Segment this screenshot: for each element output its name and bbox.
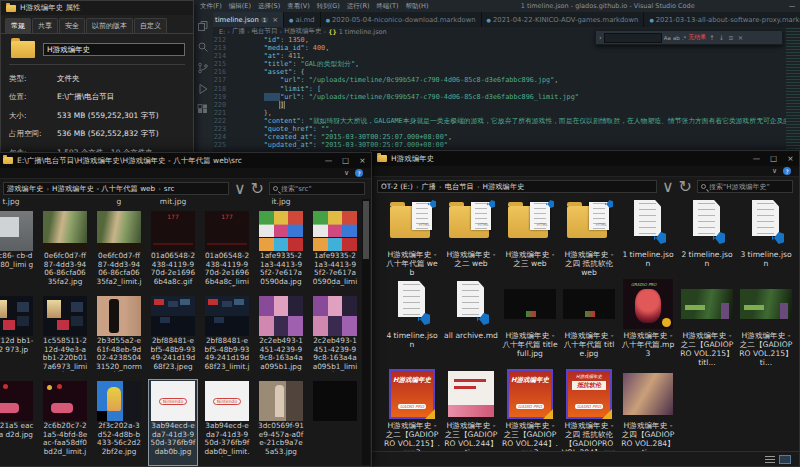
find-in-selection-icon[interactable]: ≡: [727, 34, 734, 42]
breadcrumb-file[interactable]: 1 timeline.json: [339, 28, 387, 36]
scrollbar[interactable]: [362, 199, 370, 465]
vscode-editor[interactable]: 212 "id": 1350,213 "media_id": 400,214 "…: [213, 36, 786, 160]
menu-item[interactable]: 选择(S): [255, 2, 283, 11]
file-item[interactable]: all archive.md: [442, 278, 500, 368]
address-segment[interactable]: src: [164, 184, 175, 193]
refresh-icon[interactable]: ↻: [679, 177, 692, 196]
props-tab[interactable]: 自定义: [134, 18, 167, 33]
close-icon[interactable]: ×: [354, 156, 371, 165]
menu-item[interactable]: 转到(G): [314, 2, 343, 11]
maximize-icon[interactable]: □: [765, 154, 782, 163]
file-item[interactable]: 1-212d bb1-22 973.jp: [0, 295, 35, 380]
file-item[interactable]: f-cc86- cb-d2a 80_limi g: [0, 210, 35, 295]
search-box[interactable]: [697, 180, 793, 193]
match-case-icon[interactable]: Aa: [664, 35, 671, 41]
search-icon[interactable]: [197, 41, 209, 53]
file-item[interactable]: H游戏编年史GADIO PROH游戏编年史 - 之三【GADIOPRO VOL.…: [501, 368, 559, 459]
address-segment[interactable]: 电台节目: [445, 182, 474, 192]
file-item[interactable]: HTMLH游戏编年史 - 之四 抵抗软伦 web: [560, 197, 618, 278]
file-item[interactable]: 17701a06548-2438-4119-970d-2e16966b4a8c.…: [149, 210, 197, 295]
menu-item[interactable]: 编辑(E): [226, 2, 254, 11]
close-icon[interactable]: ×: [782, 154, 799, 163]
file-item[interactable]: 1afe9335-21a3-4413-95f2-7e617a0590da_lim…: [311, 210, 359, 295]
file-item[interactable]: [311, 380, 359, 465]
file-item[interactable]: 2c2eb493-1451-4239-99c8-163a4aa095b1_lim…: [311, 295, 359, 380]
file-item[interactable]: H游戏编年史抵抗软伦GADIO PROH游戏编年史 - 之四 抵抗软伦【GADI…: [560, 368, 618, 459]
file-item[interactable]: 17701a06548-2438-4119-970d-2e16966b4a8c_…: [203, 210, 251, 295]
refresh-icon[interactable]: ↻: [251, 179, 264, 198]
file-item[interactable]: 3 timeline.json: [737, 197, 795, 278]
file-item[interactable]: H游戏编年史 - 八十年代篇 title full.jpg: [501, 278, 559, 368]
props-tab[interactable]: 安全: [59, 18, 85, 33]
find-close-icon[interactable]: ×: [737, 34, 744, 42]
file-item[interactable]: Nintendo3ab94ecd-eda7-41d3-950d-376fb9fd…: [149, 380, 197, 465]
minimize-icon[interactable]: —: [784, 2, 800, 10]
file-item[interactable]: 1afe9335-21a3-4413-95f2-7e617a0590da.jpg: [257, 210, 305, 295]
help-icon[interactable]: ?: [355, 169, 363, 177]
find-expand-chevron-icon[interactable]: ›: [599, 34, 602, 42]
file-item[interactable]: 2bf88481-ebf5-48b9-9349-241d19d68f23_lim…: [203, 295, 251, 380]
address-segment[interactable]: 游戏编年史: [7, 184, 43, 194]
breadcrumb-item[interactable]: H游戏编年史: [284, 27, 321, 36]
file-item[interactable]: H游戏编年史 - 之二【GADIOPRO VOL.215】 ti...: [737, 278, 795, 368]
file-item[interactable]: HTMLH游戏编年史 - 八十年代篇 web: [383, 197, 441, 278]
vscode-minimap[interactable]: [786, 28, 800, 154]
list-view-icon[interactable]: [765, 455, 775, 463]
find-input[interactable]: [604, 33, 662, 43]
editor-tab[interactable]: ●2020-05-04-niconico-download.markdown: [321, 12, 482, 27]
file-item[interactable]: H游戏编年史 - 八十年代篇 title.jpg: [560, 278, 618, 368]
file-item[interactable]: c7-21a5 eac-faa d2d.jpg: [0, 380, 35, 465]
address-dropdown-icon[interactable]: ∨: [234, 179, 246, 198]
help-icon[interactable]: ?: [783, 167, 791, 175]
file-item[interactable]: 2b3d55a2-e61f-48eb-9d02-423850431520_nor…: [95, 295, 143, 380]
file-item[interactable]: HTMLH游戏编年史 - 之三 web: [501, 197, 559, 278]
file-item[interactable]: 1c558511-212d-49e3-abb1-220b017a6973_lim…: [41, 295, 89, 380]
address-segment[interactable]: OT-2 (E:): [381, 182, 413, 191]
file-item[interactable]: H游戏编年史 - 之二【GADIOPRO VOL.215】 titl...: [678, 278, 736, 368]
editor-tab[interactable]: ●2021-04-22-KINICO-ADV-games.markdown: [482, 12, 645, 27]
file-item[interactable]: 1 timeline.json: [619, 197, 677, 278]
file-item[interactable]: 0e6fc0d7-ff87-4dd3-9406-86cfa0635fa2_lim…: [95, 210, 143, 295]
file-item[interactable]: 2 timeline.json: [678, 197, 736, 278]
file-item[interactable]: Nintendo3ab94ecd-eda7-41d3-950d-376fb9fd…: [203, 380, 251, 465]
menu-item[interactable]: 帮助(H): [402, 2, 431, 11]
search-input[interactable]: [709, 183, 789, 191]
file-item[interactable]: 2bf88481-ebf5-48b9-9349-241d19d68f23.jpe…: [149, 295, 197, 380]
editor-tab[interactable]: ●2021-03-13-all-about-software-proxy.mar…: [644, 12, 800, 27]
address-segment[interactable]: 广播: [422, 182, 437, 192]
address-segment[interactable]: H游戏编年史: [483, 182, 525, 192]
menu-item[interactable]: 查看(V): [284, 2, 313, 11]
search-input[interactable]: [281, 185, 361, 193]
ribbon-collapse-icon[interactable]: ∨: [772, 167, 777, 175]
file-item[interactable]: 2f3c202a-3d52-4d8b-b433-56c2d22bf2e.jpg: [95, 380, 143, 465]
source-control-icon[interactable]: [197, 62, 209, 74]
editor-tab[interactable]: ●ai.md: [284, 12, 321, 27]
tab-close-icon[interactable]: ×: [270, 16, 278, 24]
search-box[interactable]: [269, 182, 365, 195]
file-item[interactable]: HTMLH游戏编年史 - 之二 web: [442, 197, 500, 278]
props-tab[interactable]: 以前的版本: [86, 18, 133, 33]
file-item[interactable]: GRADIO PROH游戏编年史 - 八十年代篇.mp3: [619, 278, 677, 368]
minimize-icon[interactable]: —: [320, 156, 337, 165]
explorer-icon[interactable]: [197, 20, 209, 32]
regex-icon[interactable]: .*: [682, 35, 687, 41]
address-dropdown-icon[interactable]: ∨: [662, 177, 674, 196]
file-item[interactable]: 2c6b20c7-21a5-4bfd-8eac-faa58df0bd2d_lim…: [41, 380, 89, 465]
menu-item[interactable]: 终端(T): [373, 2, 401, 11]
address-bar[interactable]: 游戏编年史›H游戏编年史 - 八十年代篇 web›src: [3, 182, 229, 195]
props-tab[interactable]: 常规: [5, 18, 31, 33]
file-item[interactable]: 3dc0569f-91e9-457a-a0fe-21cb9a7e5a53.jpg: [257, 380, 305, 465]
minimize-icon[interactable]: —: [748, 154, 765, 163]
thumbnail-view-icon[interactable]: [779, 455, 791, 464]
file-item[interactable]: H游戏编年史 - 之三【GADIOPRO VOL.244】 ti...: [442, 368, 500, 459]
scrollbar-thumb[interactable]: [363, 201, 369, 259]
address-bar[interactable]: OT-2 (E:)›广播›电台节目›H游戏编年史: [377, 180, 657, 193]
menu-item[interactable]: 文件(F): [197, 2, 225, 11]
address-segment[interactable]: H游戏编年史 - 八十年代篇 web: [52, 184, 155, 194]
file-item[interactable]: 2c2eb493-1451-4239-99c8-163a4aa095b1.jpg: [257, 295, 305, 380]
file-item[interactable]: H游戏编年史 - 之四【GADIOPRO VOL.284】 ti...: [619, 368, 677, 459]
file-item[interactable]: 0e6fc0d7-ff87-4dd3-9406-86cfa0635fa2.jpg: [41, 210, 89, 295]
extensions-icon[interactable]: [197, 104, 209, 116]
breadcrumb-item[interactable]: 电台节目: [252, 27, 278, 36]
whole-word-icon[interactable]: ab: [673, 35, 680, 41]
